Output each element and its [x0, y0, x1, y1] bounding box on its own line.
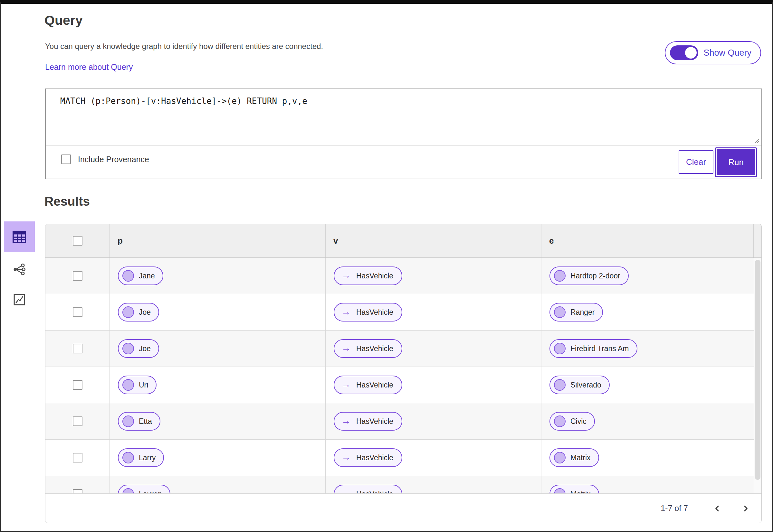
table-row: Jane → HasVehicle Hardtop 2-door [45, 258, 761, 294]
node-dot-icon [122, 343, 134, 354]
edge-pill-v[interactable]: → HasVehicle [334, 485, 402, 493]
v-edge-label: HasVehicle [356, 344, 393, 353]
edge-arrow-icon: → [341, 271, 351, 280]
column-header-v: v [326, 224, 541, 257]
node-dot-icon [554, 415, 565, 427]
toggle-switch-icon[interactable] [670, 45, 698, 60]
p-cell: Joe [110, 331, 326, 367]
previous-page-button[interactable] [713, 504, 722, 513]
chevron-left-icon [713, 504, 722, 513]
chevron-right-icon [741, 504, 750, 513]
row-checkbox[interactable] [73, 416, 82, 426]
node-dot-icon [122, 379, 134, 391]
row-select-cell [45, 331, 110, 367]
results-table: p v e Jane → HasVehicle Hardtop 2 [45, 224, 762, 523]
toggle-knob [685, 47, 697, 59]
node-dot-icon [554, 270, 565, 282]
clear-button[interactable]: Clear [679, 150, 713, 174]
e-cell: Matrix [541, 476, 761, 493]
node-dot-icon [122, 415, 134, 427]
row-checkbox[interactable] [73, 271, 82, 281]
node-pill-e[interactable]: Matrix [549, 448, 599, 467]
e-cell: Hardtop 2-door [541, 258, 761, 294]
node-dot-icon [554, 379, 565, 391]
resize-handle-icon[interactable] [753, 137, 759, 144]
edge-arrow-icon: → [341, 416, 351, 425]
node-pill-p[interactable]: Lauren [118, 485, 170, 493]
table-row: Uri → HasVehicle Silverado [45, 367, 761, 403]
row-select-cell [45, 403, 110, 439]
node-pill-e[interactable]: Silverado [549, 376, 610, 394]
graph-view-button[interactable] [4, 259, 35, 279]
node-pill-p[interactable]: Jane [118, 266, 163, 285]
v-edge-label: HasVehicle [356, 308, 393, 317]
node-pill-p[interactable]: Joe [118, 303, 159, 322]
p-node-label: Lauren [139, 490, 162, 494]
include-provenance-checkbox[interactable] [61, 154, 71, 164]
edge-pill-v[interactable]: → HasVehicle [334, 448, 402, 467]
p-node-label: Larry [139, 453, 155, 462]
chart-view-button[interactable] [4, 290, 35, 310]
scrollbar-header-stub [754, 224, 761, 257]
node-pill-e[interactable]: Hardtop 2-door [549, 266, 629, 285]
edge-arrow-icon: → [341, 489, 351, 494]
node-pill-p[interactable]: Joe [118, 339, 159, 358]
node-pill-p[interactable]: Etta [118, 412, 160, 431]
run-button[interactable]: Run [716, 148, 756, 176]
select-all-checkbox[interactable] [73, 236, 82, 246]
node-pill-e[interactable]: Civic [549, 412, 595, 431]
row-checkbox[interactable] [73, 453, 82, 462]
node-dot-icon [122, 488, 134, 493]
v-edge-label: HasVehicle [356, 417, 393, 426]
column-header-e: e [541, 224, 754, 257]
row-select-cell [45, 476, 110, 493]
table-row: Etta → HasVehicle Civic [45, 403, 761, 440]
row-checkbox[interactable] [73, 489, 82, 493]
row-checkbox[interactable] [73, 344, 82, 353]
edge-pill-v[interactable]: → HasVehicle [334, 376, 402, 394]
show-query-toggle[interactable]: Show Query [665, 41, 761, 64]
query-editor[interactable]: MATCH (p:Person)-[v:HasVehicle]->(e) RET… [46, 89, 761, 145]
edge-pill-v[interactable]: → HasVehicle [334, 266, 402, 285]
table-footer: 1-7 of 7 [45, 493, 761, 523]
v-cell: → HasVehicle [326, 294, 541, 330]
node-pill-e[interactable]: Matrix [549, 485, 599, 493]
query-section-title: Query [44, 13, 83, 28]
vertical-scrollbar[interactable] [754, 258, 761, 493]
node-pill-p[interactable]: Larry [118, 448, 164, 467]
edge-arrow-icon: → [341, 380, 351, 389]
v-cell: → HasVehicle [326, 403, 541, 439]
e-node-label: Matrix [570, 490, 591, 494]
p-cell: Etta [110, 403, 326, 439]
include-provenance-option[interactable]: Include Provenance [61, 154, 149, 164]
next-page-button[interactable] [741, 504, 750, 513]
e-cell: Silverado [541, 367, 761, 403]
chart-view-icon [13, 294, 25, 306]
node-pill-e[interactable]: Firebird Trans Am [549, 339, 638, 358]
v-edge-label: HasVehicle [356, 381, 393, 389]
p-node-label: Jane [139, 272, 155, 280]
node-dot-icon [122, 306, 134, 318]
table-header-row: p v e [45, 224, 761, 258]
v-cell: → HasVehicle [326, 440, 541, 476]
edge-pill-v[interactable]: → HasVehicle [334, 412, 402, 431]
edge-pill-v[interactable]: → HasVehicle [334, 303, 402, 322]
row-checkbox[interactable] [73, 307, 82, 317]
table-view-button[interactable] [4, 221, 35, 252]
show-query-label: Show Query [703, 48, 751, 58]
row-checkbox[interactable] [73, 380, 82, 390]
node-pill-e[interactable]: Ranger [549, 303, 603, 322]
p-cell: Larry [110, 440, 326, 476]
query-description: You can query a knowledge graph to ident… [45, 42, 323, 51]
row-select-cell [45, 258, 110, 294]
v-edge-label: HasVehicle [356, 453, 393, 462]
v-edge-label: HasVehicle [356, 490, 393, 494]
table-row: Lauren → HasVehicle Matrix [45, 476, 761, 493]
learn-more-link[interactable]: Learn more about Query [45, 62, 133, 72]
edge-pill-v[interactable]: → HasVehicle [334, 339, 402, 358]
table-row: Larry → HasVehicle Matrix [45, 440, 761, 476]
p-cell: Lauren [110, 476, 326, 493]
node-pill-p[interactable]: Uri [118, 376, 156, 394]
scrollbar-thumb[interactable] [755, 260, 760, 480]
edge-arrow-icon: → [341, 343, 351, 353]
